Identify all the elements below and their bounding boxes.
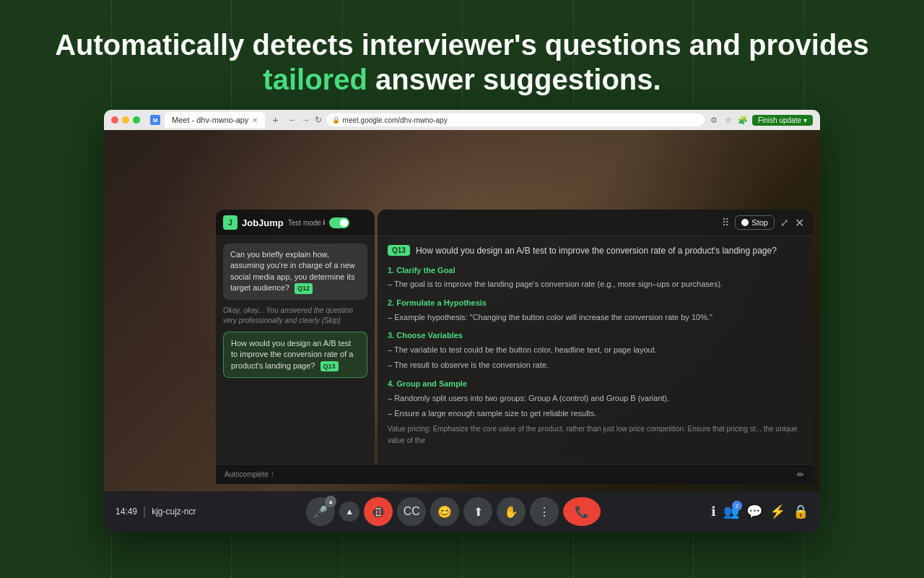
step4-title: 4. Group and Sample <box>388 378 803 391</box>
lock-icon[interactable]: 🔒 <box>793 504 808 519</box>
mic-icon: 🎤 <box>313 505 328 519</box>
emoji-icon: 😊 <box>437 505 452 519</box>
captions-button[interactable]: CC <box>397 497 426 526</box>
captions-icon: CC <box>404 505 420 518</box>
extension-icon[interactable]: 🧩 <box>738 115 748 125</box>
browser-tab[interactable]: Meet - dhv-mwno-apy ✕ <box>165 112 265 128</box>
answer-question-text: How would you design an A/B test to impr… <box>416 245 777 257</box>
raise-hand-button[interactable]: ✋ <box>497 497 526 526</box>
system-message: Okay, okay... You answered the question … <box>223 306 367 326</box>
more-dots-icon: ⋮ <box>539 505 550 519</box>
hero-accent: tailored <box>263 64 367 95</box>
jobjump-logo: J <box>223 215 237 230</box>
reload-button[interactable]: ↻ <box>315 115 322 125</box>
hero-line2: answer suggestions. <box>367 64 661 95</box>
answer-content: 1. Clarify the Goal – The goal is to imp… <box>388 264 803 447</box>
step4-body3: Value pricing: Emphasize the core value … <box>388 423 803 447</box>
meeting-code: kjg-cujz-ncr <box>152 506 196 517</box>
captions-up-button[interactable]: ▲ <box>339 501 359 522</box>
step1-body: – The goal is to improve the landing pag… <box>388 278 803 291</box>
info-icon-right[interactable]: ℹ <box>711 504 716 519</box>
tab-close-icon[interactable]: ✕ <box>252 116 258 124</box>
video-area: J JobJump Test mode ℹ <box>104 130 820 491</box>
controls-right: ℹ 👥 2 💬 ⚡ 🔒 <box>711 504 808 519</box>
step4-body1: – Randomly split users into two groups: … <box>388 392 803 405</box>
browser-favicon: M <box>150 115 160 125</box>
present-icon: ⬆ <box>474 505 483 519</box>
end-call-icon: 📞 <box>575 505 589 519</box>
answers-area: Q13 How would you design an A/B test to … <box>378 236 813 484</box>
new-tab-button[interactable]: + <box>272 114 278 126</box>
question-bubble-q13: How would you design an A/B test to impr… <box>223 332 367 378</box>
tab-title: Meet - dhv-mwno-apy <box>172 116 248 124</box>
toggle-knob <box>340 219 348 227</box>
step2-title: 2. Formulate a Hypothesis <box>388 297 803 310</box>
close-traffic-light[interactable] <box>111 116 118 124</box>
stop-circle-icon <box>741 219 749 226</box>
controls-center: 🎤 ▲ ▲ 📵 CC 😊 ⬆ ✋ <box>196 497 711 526</box>
meet-controls-bar: 14:49 | kjg-cujz-ncr 🎤 ▲ ▲ 📵 CC <box>104 491 820 532</box>
expand-icon[interactable]: ⤢ <box>780 217 789 228</box>
settings-icon[interactable]: ⚙ <box>709 115 719 125</box>
people-icon[interactable]: 👥 2 <box>723 504 739 519</box>
chevron-down-icon: ▾ <box>803 116 807 124</box>
raise-hand-icon: ✋ <box>504 505 518 519</box>
drag-handle-icon: ⠿ <box>722 217 729 228</box>
autocomplete-bar: Autocomplete ↑ ✏ <box>378 464 813 484</box>
meeting-time: 14:49 <box>116 506 137 517</box>
test-mode-label: Test mode ℹ <box>288 219 325 227</box>
answer-q13-badge: Q13 <box>388 245 410 256</box>
hero-section: Automatically detects interviewer's ques… <box>0 0 924 97</box>
more-options-button[interactable]: ⋮ <box>530 497 559 526</box>
browser-chrome: M Meet - dhv-mwno-apy ✕ + ← → ↻ 🔒 meet.g… <box>104 110 820 130</box>
secure-icon: 🔒 <box>332 116 340 124</box>
present-button[interactable]: ⬆ <box>463 497 492 526</box>
browser-nav: ← → ↻ 🔒 meet.google.com/dhv-mwno-apy <box>289 113 705 126</box>
activities-icon[interactable]: ⚡ <box>770 504 785 519</box>
step2-body: – Example hypothesis: "Changing the butt… <box>388 311 803 324</box>
browser-actions: ⚙ ☆ 🧩 Finish update ▾ <box>709 115 813 126</box>
jobjump-name: JobJump <box>242 217 284 228</box>
step1-title: 1. Clarify the Goal <box>388 264 803 277</box>
answer-question-header: Q13 How would you design an A/B test to … <box>388 245 803 257</box>
back-button[interactable]: ← <box>289 115 297 125</box>
url-text: meet.google.com/dhv-mwno-apy <box>343 116 448 124</box>
questions-panel: Can you briefly explain how, assuming yo… <box>216 236 375 484</box>
maximize-traffic-light[interactable] <box>133 116 140 124</box>
camera-button[interactable]: 📵 <box>364 497 393 526</box>
forward-button[interactable]: → <box>302 115 310 125</box>
panel-header: J JobJump Test mode ℹ <box>216 210 375 236</box>
stop-button[interactable]: Stop <box>735 215 775 230</box>
step3-title: 3. Choose Variables <box>388 329 803 342</box>
traffic-lights <box>111 116 140 124</box>
answers-panel: ⠿ Stop ⤢ ✕ Q13 How would you design an A… <box>378 210 813 484</box>
end-call-button[interactable]: 📞 <box>563 497 601 526</box>
finish-update-label: Finish update <box>758 116 801 124</box>
separator: | <box>143 505 146 518</box>
minimize-traffic-light[interactable] <box>122 116 129 124</box>
edit-icon[interactable]: ✏ <box>797 470 804 480</box>
question-bubble-q12: Can you briefly explain how, assuming yo… <box>223 243 367 300</box>
browser-window: M Meet - dhv-mwno-apy ✕ + ← → ↻ 🔒 meet.g… <box>104 110 820 532</box>
test-mode-toggle[interactable] <box>329 217 349 228</box>
step4-body2: – Ensure a large enough sample size to g… <box>388 407 803 420</box>
address-bar[interactable]: 🔒 meet.google.com/dhv-mwno-apy <box>326 113 705 126</box>
chat-icon[interactable]: 💬 <box>746 504 762 519</box>
finish-update-button[interactable]: Finish update ▾ <box>752 115 813 126</box>
step3-body1: – The variable to test could be the butt… <box>388 344 803 357</box>
bookmark-icon[interactable]: ☆ <box>723 115 733 125</box>
q13-badge: Q13 <box>321 361 339 372</box>
close-panel-icon[interactable]: ✕ <box>795 216 804 230</box>
participants-badge: 2 <box>732 501 742 511</box>
q12-badge: Q12 <box>295 283 313 294</box>
overlay-panel: J JobJump Test mode ℹ <box>216 210 813 484</box>
step3-body2: – The result to observe is the conversio… <box>388 359 803 372</box>
questions-area: Can you briefly explain how, assuming yo… <box>216 236 375 467</box>
emoji-button[interactable]: 😊 <box>430 497 459 526</box>
mic-options-button[interactable]: ▲ <box>325 496 336 507</box>
hero-line1: Automatically detects interviewer's ques… <box>55 29 869 61</box>
info-icon: ℹ <box>323 219 325 226</box>
camera-off-icon: 📵 <box>371 505 385 519</box>
